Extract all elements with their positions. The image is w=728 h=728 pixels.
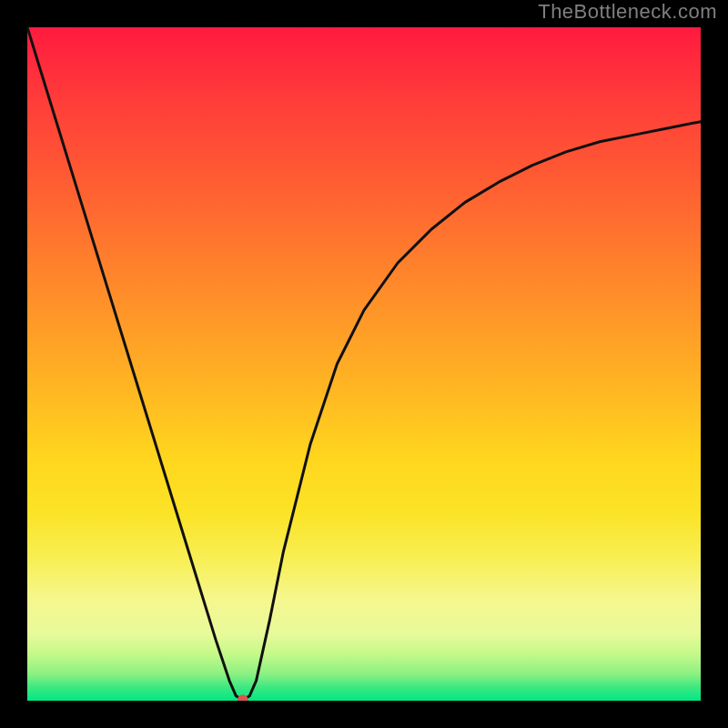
plot-area (27, 27, 701, 701)
chart-outer-frame: TheBottleneck.com (0, 0, 728, 728)
minimum-marker-icon (238, 694, 248, 701)
bottleneck-curve (27, 27, 701, 700)
watermark-text: TheBottleneck.com (538, 0, 717, 24)
curve-svg (27, 27, 701, 701)
